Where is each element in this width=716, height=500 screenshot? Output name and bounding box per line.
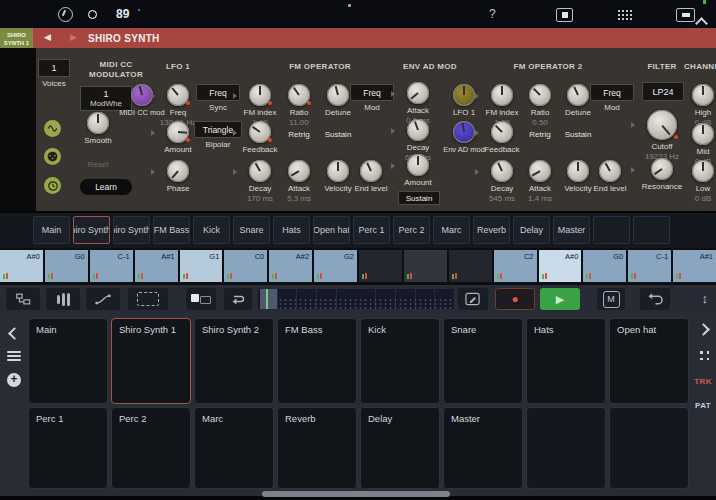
help-button[interactable]: ? [489,7,496,21]
display-icon[interactable] [676,8,695,22]
channel-high-knob[interactable]: High 0 dB [681,84,716,127]
track-tab[interactable]: Reverb [473,216,510,244]
note-pad[interactable]: A#2 [269,250,312,282]
note-pad[interactable]: A#1 [673,250,716,282]
clip-cell[interactable]: Delay [360,407,440,489]
env-sustain-button[interactable]: Sustain [398,191,440,205]
clip-cell[interactable] [526,407,606,489]
playhead[interactable] [266,289,268,309]
clip-cell[interactable]: Shiro Synth 1 [111,318,191,404]
clip-toggle-button[interactable] [186,288,216,310]
forward-arrow-icon[interactable]: ▶ [70,32,77,42]
note-pad[interactable]: G2 [314,250,357,282]
clip-cell[interactable]: Main [28,318,108,404]
track-tab[interactable]: Shiro Synth 2 [113,216,150,244]
clip-cell[interactable]: FM Bass [277,318,357,404]
note-pad[interactable]: A#0 [0,250,43,282]
track-tab[interactable]: FM Bass [153,216,190,244]
clip-cell[interactable]: Marc [194,407,274,489]
op2-sustain-toggle[interactable]: Sustain [556,130,600,139]
clip-cell[interactable]: Master [443,407,523,489]
edit-button[interactable] [458,288,488,310]
play-button[interactable]: ▶ [540,288,580,310]
track-tab[interactable]: Kick [193,216,230,244]
lfo-module-icon[interactable] [44,120,61,137]
note-pad[interactable]: C-1 [90,250,133,282]
clip-cell[interactable]: Reverb [277,407,357,489]
op1-decay-knob[interactable]: Decay 170 ms [238,160,282,203]
note-pad[interactable]: C2 [494,250,537,282]
pat-mode-toggle[interactable]: PAT [690,401,716,410]
op1-feedback-knob[interactable]: Feedback [238,121,282,154]
track-tab[interactable] [633,216,670,244]
clip-cell[interactable]: Perc 2 [111,407,191,489]
op2-mod-button[interactable]: Freq Mod [590,84,634,112]
env-amount-knob[interactable]: Amount [396,154,440,187]
note-pad[interactable] [359,250,402,282]
record-button[interactable]: ● [495,288,535,310]
scroll-left-chevron-icon[interactable] [0,329,28,338]
track-tab[interactable]: Perc 2 [393,216,430,244]
track-list-icon[interactable] [0,351,28,361]
op2-end-level-knob[interactable]: End level [586,160,634,193]
horizontal-scrollbar[interactable] [262,491,450,497]
timeline-overview[interactable] [258,289,455,309]
clip-cell[interactable]: Shiro Synth 2 [194,318,274,404]
clip-cell[interactable]: Hats [526,318,606,404]
loop-button[interactable] [224,288,252,310]
modules-view-button[interactable] [6,288,40,310]
bpm-value[interactable]: 89 [116,7,129,21]
trk-mode-toggle[interactable]: TRK [690,377,716,386]
undo-button[interactable] [640,288,670,310]
automation-view-button[interactable] [86,288,120,310]
clip-cell[interactable]: Perc 1 [28,407,108,489]
op1-sustain-toggle[interactable]: Sustain [316,130,360,139]
smooth-knob[interactable]: Smooth [76,112,120,145]
track-tab[interactable]: Hats [273,216,310,244]
channel-low-knob[interactable]: Low 0 dB [681,160,716,203]
menu-icon[interactable] [10,8,26,20]
op1-end-level-knob[interactable]: End level [347,160,395,193]
op1-ratio-knob[interactable]: Ratio 11.00 [277,84,321,127]
track-tab[interactable]: Main [33,216,70,244]
clip-cell[interactable]: Snare [443,318,523,404]
learn-button[interactable]: Learn [80,179,132,195]
scroll-right-chevron-icon[interactable] [690,325,716,334]
mixer-view-button[interactable] [46,288,80,310]
op1-mod-button[interactable]: Freq Mod [350,84,394,112]
grid-view-icon[interactable] [617,9,634,20]
note-pad[interactable]: G0 [583,250,626,282]
note-pad[interactable]: A#0 [539,250,582,282]
back-arrow-icon[interactable]: ◀ [44,32,51,42]
grid-mode-icon[interactable] [690,349,716,360]
metronome-icon[interactable] [58,7,73,22]
note-pad[interactable] [449,250,492,282]
note-pad[interactable]: G0 [45,250,88,282]
pip-window-icon[interactable] [556,8,573,22]
note-pad[interactable]: G1 [180,250,223,282]
clip-cell[interactable]: Kick [360,318,440,404]
midi-module-icon[interactable] [44,148,61,165]
select-tool-button[interactable] [128,288,168,310]
metronome-toggle-button[interactable]: M [597,288,625,310]
track-tab[interactable]: Delay [513,216,550,244]
track-tab[interactable]: Shiro Synth 1 [73,216,110,244]
resize-vertical-icon[interactable]: ↕ [702,291,709,306]
track-tab[interactable]: Open hat [313,216,350,244]
note-pad[interactable]: A#1 [135,250,178,282]
lfo1-phase-knob[interactable]: Phase [156,160,200,193]
track-tab[interactable]: Master [553,216,590,244]
clip-cell[interactable] [609,407,689,489]
clock-module-icon[interactable] [44,177,61,194]
clip-cell[interactable]: Open hat [609,318,689,404]
track-tab[interactable]: Snare [233,216,270,244]
filter-type-button[interactable]: LP24 [642,82,684,101]
track-tab[interactable] [593,216,630,244]
collapse-chevron-icon[interactable] [697,14,706,32]
add-track-button[interactable]: + [0,373,28,387]
note-pad[interactable] [404,250,447,282]
timeline-loop-region[interactable] [260,289,277,309]
op1-attack-knob[interactable]: Attack 5.3 ms [277,160,321,203]
note-pad[interactable]: C0 [224,250,267,282]
track-tab[interactable]: Perc 1 [353,216,390,244]
